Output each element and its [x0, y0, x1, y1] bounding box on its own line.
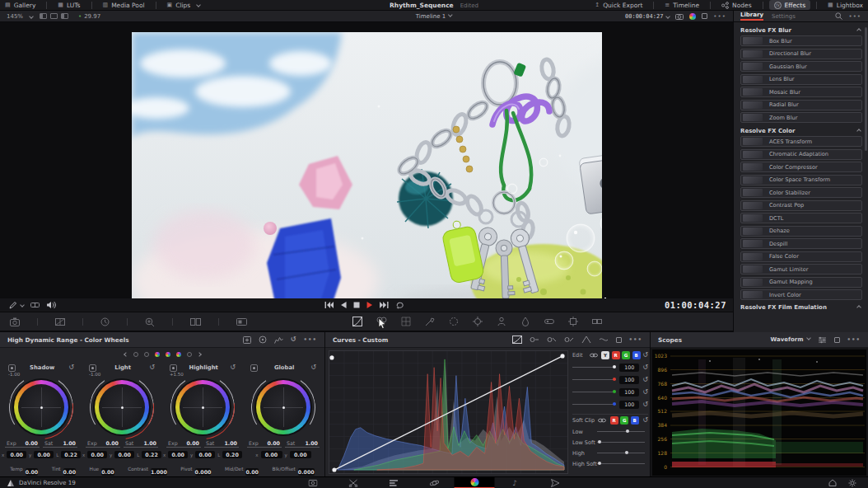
page-cut[interactable]	[334, 477, 374, 488]
nodes-button[interactable]: Nodes	[716, 0, 756, 11]
library-options-icon[interactable]: •••	[849, 13, 861, 20]
zone-dot[interactable]	[144, 352, 149, 357]
expand-icon[interactable]	[702, 13, 707, 19]
zone-exposure-icon[interactable]	[8, 364, 16, 372]
fx-item-aces-transform[interactable]: ACES Transform	[740, 136, 862, 147]
target-icon[interactable]	[259, 336, 267, 344]
single-viewer-icon[interactable]	[40, 13, 47, 19]
fx-item-box-blur[interactable]: Box Blur	[740, 35, 862, 46]
color-versions-icon[interactable]	[689, 13, 696, 20]
gain-y-value[interactable]: 100	[619, 364, 639, 372]
wheel-x-value[interactable]: 0.00	[168, 451, 188, 458]
fx-item-gamut-limiter[interactable]: Gamut Limiter	[740, 264, 862, 274]
gain-b-value[interactable]: 100	[619, 401, 639, 409]
saturation-slider[interactable]: Sat1.00	[43, 440, 77, 448]
expand-icon[interactable]	[616, 337, 622, 343]
page-color[interactable]	[455, 477, 495, 488]
fx-item-color-stabilizer[interactable]: Color Stabilizer	[740, 187, 862, 198]
wheel-x-value[interactable]: 0.00	[261, 451, 282, 458]
wheel-y-value[interactable]: 0.00	[114, 451, 134, 458]
contrast-value[interactable]: 1.000	[151, 468, 167, 476]
scope-mode-select[interactable]: Waveform	[770, 336, 810, 343]
reset-icon[interactable]: ↺	[149, 364, 155, 371]
go-to-first-frame-button[interactable]	[324, 301, 334, 309]
fx-item-false-color[interactable]: False Color	[740, 251, 862, 262]
add-zone-icon[interactable]	[243, 336, 251, 344]
section-resolve-fx-color[interactable]: Resolve FX Color	[734, 125, 868, 136]
enhanced-viewer-icon[interactable]	[61, 13, 68, 19]
play-button[interactable]	[366, 301, 373, 309]
pivot-value[interactable]: 0.000	[195, 468, 212, 476]
key-palette-icon[interactable]	[544, 317, 554, 326]
color-wheel-highlight[interactable]	[174, 378, 231, 436]
softclip-g-button[interactable]: G	[620, 416, 628, 425]
pager-left-icon[interactable]	[124, 352, 128, 357]
color-warper-palette-icon[interactable]	[401, 317, 411, 326]
zone-exposure-icon[interactable]	[250, 364, 258, 372]
gain-slider-g[interactable]: 100 ↺	[572, 386, 648, 398]
section-resolve-fx-blur[interactable]: Resolve FX Blur	[734, 25, 868, 35]
stop-button[interactable]	[353, 301, 360, 309]
link-channels-icon[interactable]	[590, 352, 598, 359]
hue-value[interactable]: 0.00	[101, 468, 114, 476]
curves-options-icon[interactable]: •••	[629, 336, 642, 343]
page-fusion[interactable]	[414, 477, 455, 488]
gain-r-value[interactable]: 100	[619, 376, 639, 384]
softclip-low-slider[interactable]: Low	[572, 426, 648, 437]
saturation-slider[interactable]: Sat1.00	[285, 440, 320, 448]
blur-palette-icon[interactable]	[520, 317, 530, 326]
hdr-options-icon[interactable]: •••	[304, 336, 317, 343]
reset-icon[interactable]: ↺	[642, 401, 648, 408]
audio-mute-icon[interactable]	[46, 301, 56, 309]
softclip-b-button[interactable]: B	[631, 416, 639, 425]
wheel-x-value[interactable]: 0.00	[87, 451, 107, 458]
reset-icon[interactable]: ↺	[291, 336, 296, 343]
color-wheel-global[interactable]	[254, 378, 312, 436]
fx-item-gaussian-blur[interactable]: Gaussian Blur	[740, 61, 862, 72]
fx-item-color-compressor[interactable]: Color Compressor	[740, 162, 862, 172]
timeline-selector[interactable]: Timeline 1	[416, 13, 452, 20]
scope-settings-icon[interactable]	[818, 336, 827, 344]
softclip-low-soft-slider[interactable]: Low Soft	[572, 437, 648, 448]
split-screen-icon[interactable]	[190, 317, 201, 326]
exposure-slider[interactable]: Exp0.00	[86, 440, 120, 448]
reset-icon[interactable]: ↺	[68, 364, 74, 371]
highlight-icon[interactable]	[236, 317, 247, 326]
wheel-y-value[interactable]: 0.00	[290, 451, 311, 458]
magic-mask-palette-icon[interactable]	[497, 317, 506, 326]
library-scrollbar[interactable]	[865, 27, 867, 151]
tab-library[interactable]: Library	[740, 12, 763, 21]
split-viewer-icon[interactable]	[50, 13, 58, 19]
wheel-lum-value[interactable]: 0.20	[222, 451, 242, 458]
window-palette-icon[interactable]	[449, 317, 459, 326]
fx-item-despill[interactable]: Despill	[740, 238, 862, 249]
reset-icon[interactable]: ↺	[230, 364, 236, 371]
quick-export-button[interactable]: ↥ Quick Export	[590, 0, 647, 11]
zone-exposure-icon[interactable]	[89, 364, 96, 372]
gain-slider-b[interactable]: 100 ↺	[572, 398, 648, 411]
reset-icon[interactable]: ↺	[642, 352, 648, 359]
tint-value[interactable]: 0.00	[63, 468, 77, 476]
sizing-palette-icon[interactable]	[568, 317, 578, 326]
channel-r-button[interactable]: R	[612, 351, 620, 359]
reset-icon[interactable]: ↺	[642, 417, 648, 424]
page-media[interactable]	[293, 477, 334, 488]
expand-icon[interactable]	[834, 337, 840, 343]
stereo-palette-icon[interactable]	[592, 317, 602, 326]
zone-dot[interactable]	[187, 352, 192, 357]
curve-mode-hue-sat-icon[interactable]	[547, 336, 557, 344]
settings-gear-icon[interactable]	[848, 479, 856, 487]
camera-icon[interactable]	[675, 13, 684, 20]
black-offset-value[interactable]: 0.000	[298, 468, 315, 476]
gain-slider-r[interactable]: 100 ↺	[572, 373, 648, 386]
page-edit[interactable]	[374, 477, 414, 488]
reset-icon[interactable]: ↺	[642, 377, 648, 383]
curve-mode-hue-lum-icon[interactable]	[564, 336, 574, 344]
stereo-3d-icon[interactable]	[30, 301, 40, 309]
exposure-slider[interactable]: Exp0.00	[247, 440, 282, 448]
fx-item-invert-color[interactable]: Invert Color	[740, 289, 862, 300]
fx-item-zoom-blur[interactable]: Zoom Blur	[740, 112, 862, 123]
fx-item-chromatic-adaptation[interactable]: Chromatic Adaptation	[740, 149, 862, 160]
softclip-r-button[interactable]: R	[610, 416, 618, 425]
scopes-options-icon[interactable]: •••	[847, 336, 861, 343]
